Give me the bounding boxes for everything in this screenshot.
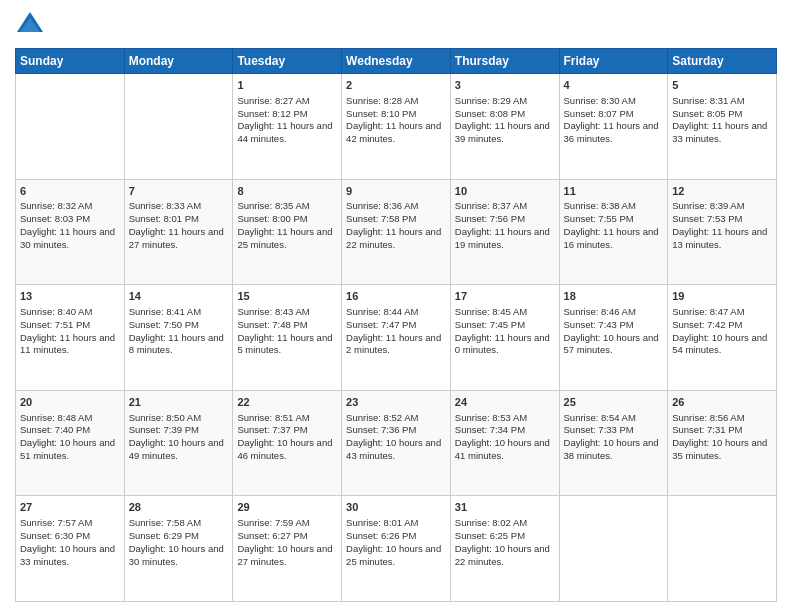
daylight: Daylight: 11 hours and 42 minutes. — [346, 120, 441, 144]
day-number: 22 — [237, 395, 337, 410]
daylight: Daylight: 11 hours and 11 minutes. — [20, 332, 115, 356]
daylight: Daylight: 11 hours and 36 minutes. — [564, 120, 659, 144]
sunset: Sunset: 7:53 PM — [672, 213, 742, 224]
cal-cell: 1Sunrise: 8:27 AMSunset: 8:12 PMDaylight… — [233, 74, 342, 180]
day-number: 12 — [672, 184, 772, 199]
daylight: Daylight: 10 hours and 25 minutes. — [346, 543, 441, 567]
sunrise: Sunrise: 8:01 AM — [346, 517, 418, 528]
cal-cell: 23Sunrise: 8:52 AMSunset: 7:36 PMDayligh… — [342, 390, 451, 496]
daylight: Daylight: 10 hours and 35 minutes. — [672, 437, 767, 461]
daylight: Daylight: 10 hours and 51 minutes. — [20, 437, 115, 461]
sunrise: Sunrise: 8:43 AM — [237, 306, 309, 317]
cal-cell: 7Sunrise: 8:33 AMSunset: 8:01 PMDaylight… — [124, 179, 233, 285]
day-number: 27 — [20, 500, 120, 515]
cal-cell: 8Sunrise: 8:35 AMSunset: 8:00 PMDaylight… — [233, 179, 342, 285]
sunrise: Sunrise: 8:33 AM — [129, 200, 201, 211]
day-number: 16 — [346, 289, 446, 304]
cal-cell: 5Sunrise: 8:31 AMSunset: 8:05 PMDaylight… — [668, 74, 777, 180]
day-number: 2 — [346, 78, 446, 93]
sunrise: Sunrise: 7:59 AM — [237, 517, 309, 528]
sunset: Sunset: 6:29 PM — [129, 530, 199, 541]
cal-cell: 19Sunrise: 8:47 AMSunset: 7:42 PMDayligh… — [668, 285, 777, 391]
day-number: 23 — [346, 395, 446, 410]
cal-cell: 6Sunrise: 8:32 AMSunset: 8:03 PMDaylight… — [16, 179, 125, 285]
cal-cell — [16, 74, 125, 180]
sunrise: Sunrise: 8:02 AM — [455, 517, 527, 528]
sunrise: Sunrise: 8:30 AM — [564, 95, 636, 106]
cal-cell — [124, 74, 233, 180]
sunset: Sunset: 8:00 PM — [237, 213, 307, 224]
cal-cell: 16Sunrise: 8:44 AMSunset: 7:47 PMDayligh… — [342, 285, 451, 391]
cal-cell: 24Sunrise: 8:53 AMSunset: 7:34 PMDayligh… — [450, 390, 559, 496]
col-header-saturday: Saturday — [668, 49, 777, 74]
sunset: Sunset: 7:39 PM — [129, 424, 199, 435]
day-number: 24 — [455, 395, 555, 410]
day-number: 3 — [455, 78, 555, 93]
day-number: 14 — [129, 289, 229, 304]
cal-cell: 3Sunrise: 8:29 AMSunset: 8:08 PMDaylight… — [450, 74, 559, 180]
cal-cell: 30Sunrise: 8:01 AMSunset: 6:26 PMDayligh… — [342, 496, 451, 602]
sunrise: Sunrise: 8:52 AM — [346, 412, 418, 423]
sunrise: Sunrise: 8:27 AM — [237, 95, 309, 106]
sunrise: Sunrise: 8:45 AM — [455, 306, 527, 317]
sunrise: Sunrise: 8:40 AM — [20, 306, 92, 317]
daylight: Daylight: 11 hours and 44 minutes. — [237, 120, 332, 144]
logo-icon — [15, 10, 45, 40]
cal-cell: 14Sunrise: 8:41 AMSunset: 7:50 PMDayligh… — [124, 285, 233, 391]
day-number: 30 — [346, 500, 446, 515]
cal-cell: 25Sunrise: 8:54 AMSunset: 7:33 PMDayligh… — [559, 390, 668, 496]
sunset: Sunset: 7:37 PM — [237, 424, 307, 435]
cal-cell: 21Sunrise: 8:50 AMSunset: 7:39 PMDayligh… — [124, 390, 233, 496]
daylight: Daylight: 10 hours and 43 minutes. — [346, 437, 441, 461]
cal-cell: 20Sunrise: 8:48 AMSunset: 7:40 PMDayligh… — [16, 390, 125, 496]
daylight: Daylight: 11 hours and 27 minutes. — [129, 226, 224, 250]
daylight: Daylight: 11 hours and 5 minutes. — [237, 332, 332, 356]
day-number: 19 — [672, 289, 772, 304]
day-number: 5 — [672, 78, 772, 93]
sunrise: Sunrise: 8:50 AM — [129, 412, 201, 423]
cal-cell: 15Sunrise: 8:43 AMSunset: 7:48 PMDayligh… — [233, 285, 342, 391]
daylight: Daylight: 10 hours and 49 minutes. — [129, 437, 224, 461]
sunset: Sunset: 7:45 PM — [455, 319, 525, 330]
day-number: 1 — [237, 78, 337, 93]
sunset: Sunset: 8:01 PM — [129, 213, 199, 224]
sunrise: Sunrise: 8:53 AM — [455, 412, 527, 423]
sunset: Sunset: 8:05 PM — [672, 108, 742, 119]
cal-cell: 26Sunrise: 8:56 AMSunset: 7:31 PMDayligh… — [668, 390, 777, 496]
sunset: Sunset: 7:50 PM — [129, 319, 199, 330]
daylight: Daylight: 11 hours and 30 minutes. — [20, 226, 115, 250]
daylight: Daylight: 10 hours and 57 minutes. — [564, 332, 659, 356]
sunset: Sunset: 7:56 PM — [455, 213, 525, 224]
logo — [15, 10, 47, 40]
sunset: Sunset: 6:27 PM — [237, 530, 307, 541]
header — [15, 10, 777, 40]
cal-cell — [668, 496, 777, 602]
daylight: Daylight: 11 hours and 0 minutes. — [455, 332, 550, 356]
daylight: Daylight: 11 hours and 13 minutes. — [672, 226, 767, 250]
day-number: 17 — [455, 289, 555, 304]
sunset: Sunset: 8:03 PM — [20, 213, 90, 224]
sunrise: Sunrise: 8:54 AM — [564, 412, 636, 423]
daylight: Daylight: 11 hours and 39 minutes. — [455, 120, 550, 144]
sunset: Sunset: 8:08 PM — [455, 108, 525, 119]
cal-cell: 17Sunrise: 8:45 AMSunset: 7:45 PMDayligh… — [450, 285, 559, 391]
daylight: Daylight: 10 hours and 54 minutes. — [672, 332, 767, 356]
sunrise: Sunrise: 8:56 AM — [672, 412, 744, 423]
day-number: 8 — [237, 184, 337, 199]
sunrise: Sunrise: 8:28 AM — [346, 95, 418, 106]
day-number: 11 — [564, 184, 664, 199]
sunrise: Sunrise: 8:37 AM — [455, 200, 527, 211]
calendar-table: SundayMondayTuesdayWednesdayThursdayFrid… — [15, 48, 777, 602]
cal-cell: 2Sunrise: 8:28 AMSunset: 8:10 PMDaylight… — [342, 74, 451, 180]
sunrise: Sunrise: 8:46 AM — [564, 306, 636, 317]
day-number: 7 — [129, 184, 229, 199]
daylight: Daylight: 11 hours and 33 minutes. — [672, 120, 767, 144]
day-number: 28 — [129, 500, 229, 515]
day-number: 6 — [20, 184, 120, 199]
daylight: Daylight: 11 hours and 19 minutes. — [455, 226, 550, 250]
daylight: Daylight: 11 hours and 25 minutes. — [237, 226, 332, 250]
sunset: Sunset: 7:51 PM — [20, 319, 90, 330]
sunset: Sunset: 8:10 PM — [346, 108, 416, 119]
sunset: Sunset: 7:42 PM — [672, 319, 742, 330]
daylight: Daylight: 10 hours and 22 minutes. — [455, 543, 550, 567]
